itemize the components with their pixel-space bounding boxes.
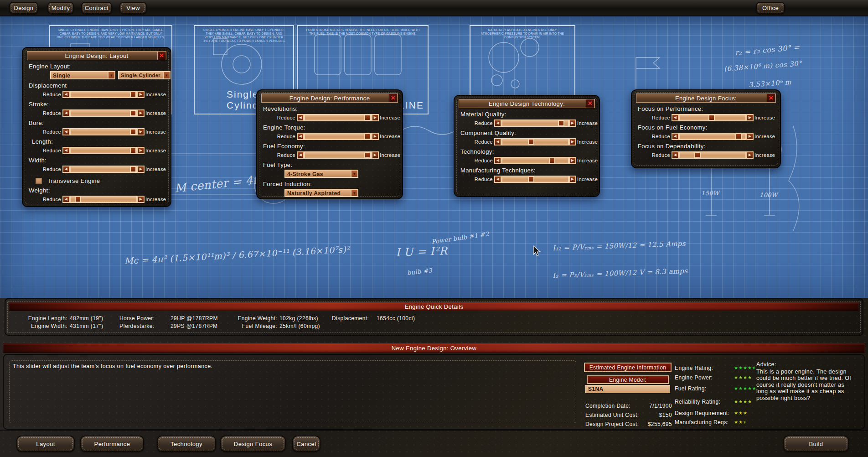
- forced-induction-dropdown[interactable]: Naturally Aspirated ▼: [284, 189, 358, 197]
- slider-increase-button[interactable]: ▶: [137, 147, 145, 154]
- build-button[interactable]: Build: [783, 436, 849, 452]
- design-focus-tab-button[interactable]: Design Focus: [220, 436, 286, 452]
- slider-handle[interactable]: [708, 114, 715, 121]
- slider-increase-button[interactable]: ▶: [372, 114, 379, 121]
- transverse-engine-checkbox[interactable]: [36, 178, 42, 184]
- engine-layout-dropdown[interactable]: Single ▼: [50, 71, 115, 79]
- slider-increase-button[interactable]: ▶: [746, 151, 754, 159]
- slider-track[interactable]: [304, 151, 372, 159]
- slider-handle[interactable]: [528, 139, 534, 145]
- dropdown-arrow-icon[interactable]: ▼: [163, 72, 170, 78]
- slider-handle[interactable]: [558, 120, 564, 126]
- slider-increase-button[interactable]: ▶: [569, 119, 576, 127]
- slider-increase-button[interactable]: ▶: [137, 91, 145, 98]
- slider-handle[interactable]: [130, 110, 136, 116]
- slider-track[interactable]: [679, 114, 746, 121]
- menu-contract-button[interactable]: Contract: [81, 2, 112, 14]
- slider-decrease-button[interactable]: ◀: [494, 138, 501, 145]
- slider-increase-button[interactable]: ▶: [569, 138, 576, 145]
- slider-track[interactable]: [70, 147, 137, 154]
- slider-handle[interactable]: [364, 133, 371, 140]
- displacement-slider: Reduce ◀ ▶ Increase: [41, 90, 170, 98]
- slider-decrease-button[interactable]: ◀: [62, 196, 70, 203]
- slider-track[interactable]: [70, 196, 137, 203]
- unit-cost-row: Estimated Unit Cost: $150: [585, 412, 672, 418]
- slider-increase-button[interactable]: ▶: [746, 133, 754, 140]
- slider-decrease-button[interactable]: ◀: [62, 166, 70, 173]
- menu-design-button[interactable]: Design: [9, 2, 38, 14]
- slider-decrease-button[interactable]: ◀: [672, 133, 679, 140]
- slider-increase-button[interactable]: ▶: [137, 128, 145, 135]
- slider-decrease-button[interactable]: ◀: [62, 128, 70, 135]
- office-button[interactable]: Office: [756, 2, 785, 14]
- close-icon[interactable]: ×: [389, 94, 397, 102]
- slider-track[interactable]: [70, 128, 137, 135]
- menu-view-button[interactable]: View: [119, 2, 147, 14]
- slider-handle[interactable]: [528, 176, 534, 182]
- engine-design-performance-panel: Engine Design: Performance × Revolutions…: [256, 89, 403, 199]
- slider-increase-button[interactable]: ▶: [137, 166, 145, 173]
- slider-increase-button[interactable]: ▶: [746, 114, 754, 121]
- technology-tab-button[interactable]: Technology: [157, 436, 216, 452]
- slider-decrease-button[interactable]: ◀: [62, 109, 70, 117]
- slider-handle[interactable]: [130, 129, 136, 135]
- slider-decrease-button[interactable]: ◀: [672, 114, 679, 121]
- slider-handle[interactable]: [130, 166, 136, 172]
- slider-track[interactable]: [501, 119, 569, 127]
- overview-title: New Engine Design: Overview: [392, 345, 476, 352]
- slider-decrease-button[interactable]: ◀: [62, 91, 70, 98]
- fuel-type-dropdown[interactable]: 4-Stroke Gas ▼: [284, 170, 358, 178]
- increase-label: Increase: [145, 148, 166, 153]
- dropdown-arrow-icon[interactable]: ▼: [351, 171, 357, 177]
- cylinder-type-dropdown[interactable]: Single-Cylinder ▼: [118, 71, 170, 79]
- slider-track[interactable]: [679, 133, 746, 140]
- slider-decrease-button[interactable]: ◀: [494, 119, 501, 127]
- slider-track[interactable]: [501, 138, 569, 145]
- technology-panel-title-bar: Engine Design Technology: ×: [459, 99, 595, 108]
- close-icon[interactable]: ×: [586, 99, 594, 108]
- slider-track[interactable]: [501, 157, 569, 164]
- slider-handle[interactable]: [75, 196, 81, 203]
- slider-increase-button[interactable]: ▶: [372, 151, 379, 159]
- menu-modify-button[interactable]: Modify: [47, 2, 74, 14]
- slider-decrease-button[interactable]: ◀: [672, 151, 679, 159]
- slider-increase-button[interactable]: ▶: [137, 109, 145, 117]
- slider-decrease-button[interactable]: ◀: [297, 151, 304, 159]
- dropdown-arrow-icon[interactable]: ▼: [351, 190, 357, 196]
- slider-increase-button[interactable]: ▶: [569, 157, 576, 164]
- manufacturing-reqs-stars: ★★★: [734, 420, 745, 425]
- layout-tab-button[interactable]: Layout: [16, 436, 75, 452]
- slider-track[interactable]: [304, 133, 372, 140]
- performance-tab-button[interactable]: Performance: [80, 436, 144, 452]
- slider-decrease-button[interactable]: ◀: [62, 147, 70, 154]
- technology-label: Technology:: [460, 148, 599, 155]
- slider-handle[interactable]: [364, 152, 371, 158]
- slider-increase-button[interactable]: ▶: [137, 196, 145, 203]
- slider-handle[interactable]: [364, 114, 371, 121]
- slider-handle[interactable]: [130, 147, 136, 154]
- dropdown-arrow-icon[interactable]: ▼: [108, 72, 114, 78]
- increase-label: Increase: [145, 166, 166, 172]
- slider-handle[interactable]: [130, 91, 136, 98]
- slider-decrease-button[interactable]: ◀: [297, 114, 304, 121]
- slider-decrease-button[interactable]: ◀: [494, 157, 501, 164]
- engine-model-input[interactable]: S1NA: [585, 385, 670, 393]
- slider-increase-button[interactable]: ▶: [569, 176, 576, 183]
- close-icon[interactable]: ×: [767, 94, 775, 102]
- slider-handle[interactable]: [694, 152, 701, 158]
- slider-track[interactable]: [70, 109, 137, 117]
- slider-handle[interactable]: [549, 157, 555, 164]
- cancel-button[interactable]: Cancel: [292, 436, 320, 452]
- right-arrow-icon: ▶: [749, 116, 752, 119]
- slider-handle[interactable]: [735, 133, 742, 140]
- slider-track[interactable]: [70, 91, 137, 98]
- close-icon[interactable]: ×: [157, 52, 165, 60]
- slider-decrease-button[interactable]: ◀: [297, 133, 304, 140]
- slider-increase-button[interactable]: ▶: [372, 133, 379, 140]
- slider-decrease-button[interactable]: ◀: [494, 176, 501, 183]
- slider-track[interactable]: [304, 114, 372, 121]
- slider-track[interactable]: [679, 151, 746, 159]
- transverse-engine-label: Transverse Engine: [47, 177, 100, 184]
- slider-track[interactable]: [70, 166, 137, 173]
- slider-track[interactable]: [501, 176, 569, 183]
